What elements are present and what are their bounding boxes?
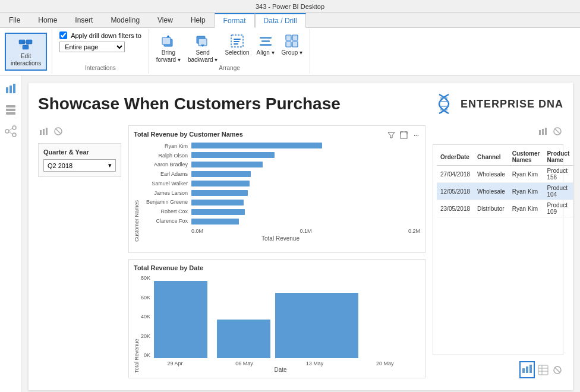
row0-channel: Wholesale	[474, 166, 509, 183]
vbar-with-axis: 80K 60K 40K 20K 0K	[141, 275, 420, 358]
selected-chart-button[interactable]	[519, 361, 535, 378]
row2-product: Product 109	[543, 200, 573, 217]
svg-point-30	[12, 133, 16, 137]
hbar-row-7	[191, 208, 420, 216]
svg-line-32	[9, 132, 12, 134]
hbar-x-axis: 0.0M 0.1M 0.2M	[141, 228, 420, 234]
bar-chart-more-icon[interactable]: ···	[411, 129, 421, 140]
nav-data-icon[interactable]	[2, 102, 19, 118]
svg-rect-19	[292, 35, 298, 40]
drill-filter-dropdown[interactable]: Entire page	[59, 42, 125, 52]
group-button[interactable]: Group ▾	[279, 31, 305, 65]
tab-insert[interactable]: Insert	[66, 13, 102, 27]
vbar-group-2	[217, 320, 270, 358]
title-bar: 343 - Power BI Desktop	[0, 0, 580, 13]
send-backward-icon	[194, 33, 211, 49]
svg-rect-12	[234, 39, 241, 40]
tab-format[interactable]: Format	[215, 13, 255, 28]
svg-rect-14	[234, 43, 238, 45]
svg-rect-6	[162, 37, 171, 45]
right-no-data-icon[interactable]	[551, 125, 563, 137]
svg-rect-25	[6, 105, 15, 108]
selected-chart-icon	[522, 363, 532, 374]
left-panel-controls	[38, 125, 121, 137]
bottom-right-no-data-icon[interactable]	[551, 364, 563, 376]
svg-point-28	[5, 129, 9, 133]
tab-home[interactable]: Home	[29, 13, 66, 27]
tab-datadrill[interactable]: Data / Drill	[255, 13, 306, 28]
tab-file[interactable]: File	[0, 13, 29, 27]
bar-chart-box: ··· Total Revenue by Customer Names Cust…	[128, 125, 425, 253]
table-row: 12/05/2018 Wholesale Ryan Kim Product 10…	[437, 183, 573, 200]
bring-forward-icon	[160, 33, 176, 49]
bar-chart-inner: Ryan Kim Ralph Olson Aaron Bradley Earl …	[141, 141, 420, 242]
tab-view[interactable]: View	[149, 13, 182, 27]
charts-area: ··· Total Revenue by Customer Names Cust…	[128, 125, 425, 378]
left-panel: Quarter & Year Q2 2018 ▾	[38, 125, 121, 378]
svg-rect-0	[19, 40, 25, 44]
hbar-label-6: Benjamin Greene	[141, 199, 188, 205]
svg-rect-15	[260, 37, 272, 39]
tab-help[interactable]: Help	[182, 13, 215, 27]
svg-rect-45	[542, 129, 544, 135]
svg-rect-1	[26, 40, 32, 44]
left-chart-icon[interactable]	[38, 125, 50, 137]
hbar-label-4: Samuel Walker	[141, 181, 188, 186]
hbar-bar-6	[191, 200, 244, 206]
bottom-right-table-icon[interactable]	[537, 364, 549, 376]
left-nav	[0, 75, 21, 392]
nav-model-icon[interactable]	[2, 123, 19, 140]
drill-filter-checkbox[interactable]	[59, 31, 67, 39]
row1-customer: Ryan Kim	[509, 183, 544, 200]
svg-line-48	[555, 129, 560, 134]
date-chart-title: Total Revenue by Date	[134, 264, 420, 271]
bar-chart-filter-icon[interactable]	[386, 129, 396, 140]
hbar-bar-2	[191, 162, 263, 167]
nav-report-icon[interactable]	[2, 80, 19, 97]
hbar-bar-1	[191, 152, 275, 158]
app-body: Showcase When Customers Purchase ENTERPR…	[0, 75, 580, 392]
align-button[interactable]: Align ▾	[254, 31, 277, 65]
right-chart-icon[interactable]	[537, 125, 549, 137]
col-channel: Channel	[474, 148, 509, 166]
hbar-row-0	[191, 141, 420, 150]
bottom-right-controls	[433, 361, 563, 378]
send-backward-label: Sendbackward ▾	[188, 49, 218, 64]
vbar-group-0	[154, 281, 207, 358]
col-orderdate: OrderDate	[437, 148, 474, 166]
vbar-bar-3	[275, 293, 358, 358]
ribbon-tab-bar: File Home Insert Modeling View Help Form…	[0, 13, 580, 28]
group-icon	[283, 33, 300, 49]
row0-product: Product 156	[543, 166, 573, 183]
page-content: Showcase When Customers Purchase ENTERPR…	[29, 83, 573, 390]
enterprise-dna-logo: ENTERPRISE DNA	[432, 92, 563, 116]
ribbon-body: Editinteractions Apply drill down filter…	[0, 28, 580, 75]
svg-rect-51	[529, 365, 532, 373]
ribbon: File Home Insert Modeling View Help Form…	[0, 13, 580, 75]
bar-chart-expand-icon[interactable]	[398, 129, 409, 140]
vbar-x-2: 13 May	[306, 361, 324, 366]
hbar-bar-4	[191, 181, 250, 186]
canvas: Showcase When Customers Purchase ENTERPR…	[21, 75, 580, 392]
dashboard-row: Quarter & Year Q2 2018 ▾	[38, 125, 563, 378]
svg-rect-18	[286, 35, 291, 40]
hbar-label-0: Ryan Kim	[141, 143, 188, 149]
edit-interactions-label: Editinteractions	[11, 53, 41, 67]
hbar-row-1	[191, 151, 420, 159]
hbar-label-5: James Larson	[141, 190, 188, 196]
row1-date: 12/05/2018	[437, 183, 474, 200]
send-backward-button[interactable]: Sendbackward ▾	[185, 31, 220, 65]
right-panel: OrderDate Channel Customer Names Product…	[433, 125, 563, 378]
row2-channel: Distributor	[474, 200, 509, 217]
tab-modeling[interactable]: Modeling	[102, 13, 149, 27]
bring-forward-button[interactable]: Bringforward ▾	[154, 31, 183, 65]
hbar-bars	[191, 141, 420, 226]
filter-dropdown[interactable]: Q2 2018 ▾	[43, 159, 116, 172]
left-no-data-icon[interactable]	[52, 125, 64, 137]
date-chart-inner: 80K 60K 40K 20K 0K	[141, 275, 420, 373]
svg-rect-17	[260, 44, 272, 46]
selection-button[interactable]: Selection	[222, 31, 251, 65]
bar-chart-title: Total Revenue by Customer Names	[134, 131, 420, 138]
page-title-row: Showcase When Customers Purchase ENTERPR…	[38, 92, 563, 116]
edit-interactions-button[interactable]: Editinteractions	[5, 33, 47, 71]
